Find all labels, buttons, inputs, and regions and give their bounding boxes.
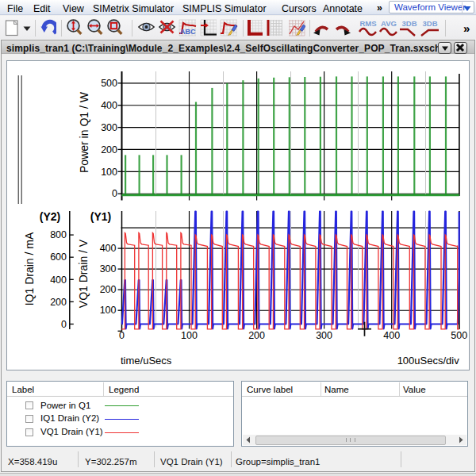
svg-text:800: 800 (50, 229, 67, 240)
svg-text:400: 400 (101, 100, 117, 111)
svg-text:200: 200 (50, 297, 67, 308)
svg-text:100uSecs/div: 100uSecs/div (397, 355, 460, 367)
svg-text:400: 400 (100, 243, 117, 254)
svg-text:300: 300 (101, 122, 117, 133)
svg-text:300: 300 (100, 263, 117, 274)
svg-text:200: 200 (100, 284, 117, 295)
svg-text:500: 500 (451, 330, 467, 341)
svg-text:300: 300 (316, 330, 332, 341)
svg-text:RMS: RMS (359, 19, 376, 28)
svg-text:500: 500 (101, 78, 117, 89)
svg-text:0: 0 (61, 319, 67, 330)
svg-text:(Y1): (Y1) (90, 210, 111, 223)
svg-text:AVG: AVG (381, 19, 397, 28)
svg-text:Power in Q1 / W: Power in Q1 / W (78, 91, 90, 173)
svg-text:200: 200 (248, 330, 265, 341)
svg-text:VQ1 Drain / V: VQ1 Drain / V (77, 239, 90, 308)
svg-text:100: 100 (181, 330, 198, 341)
svg-text:IQ1 Drain / mA: IQ1 Drain / mA (23, 232, 36, 305)
svg-text:400: 400 (383, 330, 400, 341)
svg-text:time/uSecs: time/uSecs (121, 355, 172, 367)
svg-text:100: 100 (100, 305, 117, 316)
svg-text:0: 0 (119, 330, 125, 341)
svg-text:200: 200 (101, 144, 117, 155)
svg-text:ABC: ABC (180, 28, 196, 36)
svg-text:100: 100 (101, 167, 117, 178)
svg-text:600: 600 (50, 251, 67, 263)
svg-text:(Y2): (Y2) (40, 210, 60, 223)
svg-text:3DB: 3DB (401, 19, 416, 28)
svg-text:400: 400 (50, 274, 67, 286)
svg-text:0: 0 (112, 188, 117, 199)
svg-text:3DB: 3DB (422, 19, 437, 28)
